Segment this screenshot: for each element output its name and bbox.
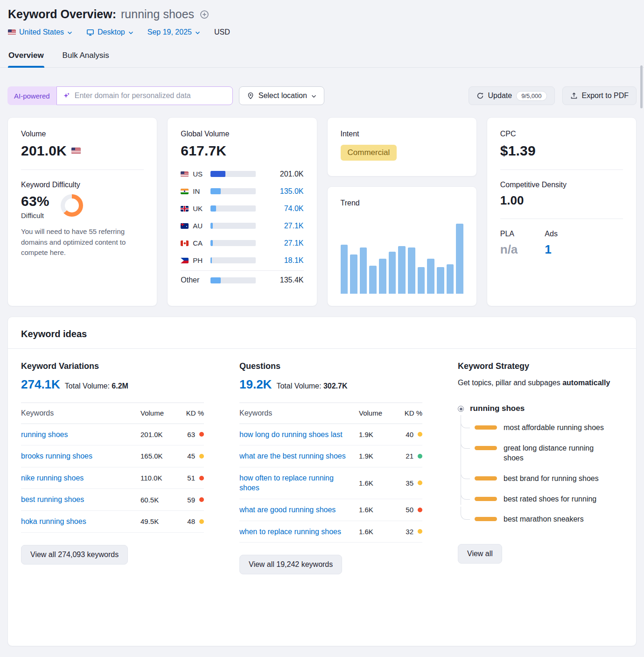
keyword-kd: 50 — [406, 506, 413, 514]
root-node-icon — [458, 406, 464, 412]
kd-dot — [199, 519, 204, 524]
competitive-density-label: Competitive Density — [500, 181, 623, 189]
global-volume-row: AU 27.1K — [181, 217, 303, 234]
country-volume-link[interactable]: 135.0K — [256, 187, 303, 196]
keyword-link[interactable]: how often to replace running shoes — [239, 473, 359, 493]
keyword-kd: 35 — [406, 479, 413, 487]
tab-bulk-analysis[interactable]: Bulk Analysis — [62, 47, 110, 67]
ai-powered-badge: AI-powered — [7, 86, 56, 105]
trend-bar — [350, 254, 357, 294]
currency-label: USD — [214, 28, 230, 36]
filters-row: United States Desktop Sep 19, 2025 USD — [8, 28, 636, 36]
australia-flag-icon — [181, 223, 189, 229]
sparkle-icon — [63, 92, 70, 100]
add-keyword-icon[interactable] — [200, 10, 209, 19]
cpc-value: $1.39 — [500, 143, 536, 159]
global-volume-value: 617.7K — [181, 143, 226, 159]
export-pdf-label: Export to PDF — [582, 92, 629, 100]
volume-value: 201.0K — [21, 143, 67, 159]
col-keywords: Keywords — [239, 408, 359, 418]
col-volume: Volume — [359, 409, 395, 417]
view-all-variations-button[interactable]: View all 274,093 keywords — [21, 545, 128, 565]
strategy-title: Keyword Strategy — [458, 361, 623, 371]
page-header: Keyword Overview: running shoes United S… — [0, 0, 644, 36]
global-volume-row: CA 27.1K — [181, 234, 303, 252]
tab-overview-label: Overview — [8, 51, 44, 60]
keyword-link[interactable]: what are the best running shoes — [239, 451, 359, 461]
country-volume-link[interactable]: 27.1K — [256, 222, 303, 230]
kd-dot — [418, 432, 422, 437]
keyword-link[interactable]: nike running shoes — [21, 473, 140, 483]
keyword-difficulty-level: Difficult — [21, 212, 49, 219]
kd-dot — [418, 508, 422, 512]
competitive-density-value: 1.00 — [500, 193, 623, 208]
domain-input[interactable] — [75, 92, 227, 100]
difficulty-note: You will need to have 55 referring domai… — [21, 226, 144, 258]
tab-overview[interactable]: Overview — [8, 47, 44, 67]
device-selector-label: Desktop — [98, 28, 125, 36]
divider — [500, 170, 623, 170]
global-volume-list: US 201.0K IN 135.0K UK 74.0K — [181, 165, 303, 290]
keyword-kd: 63 — [187, 431, 195, 438]
keyword-link[interactable]: what are good running shoes — [239, 505, 359, 515]
strategy-subtitle: Get topics, pillar and subpages automati… — [458, 377, 623, 388]
keyword-link[interactable]: brooks running shoes — [21, 451, 140, 461]
view-all-strategy-button[interactable]: View all — [458, 544, 502, 564]
other-volume: 135.4K — [256, 276, 303, 284]
trend-bar — [341, 245, 348, 294]
volume-label: Volume — [21, 130, 144, 138]
questions-total-label: Total Volume: — [276, 382, 321, 390]
strategy-topic: great long distance running shoes — [461, 440, 623, 466]
ads-label: Ads — [545, 230, 558, 238]
trend-bar-chart — [341, 224, 463, 294]
keyword-link[interactable]: running shoes — [21, 430, 140, 440]
view-all-questions-button[interactable]: View all 19,242 keywords — [239, 555, 342, 574]
keyword-link[interactable]: hoka running shoes — [21, 516, 140, 527]
kd-dot — [418, 480, 422, 485]
ads-value[interactable]: 1 — [545, 242, 558, 257]
us-flag-icon — [181, 171, 189, 177]
country-volume-link[interactable]: 18.1K — [256, 256, 303, 265]
scrollbar-thumb[interactable] — [640, 65, 643, 108]
variations-total-label: Total Volume: — [65, 382, 110, 390]
questions-panel: Questions 19.2K Total Volume: 302.7K Key… — [239, 361, 422, 574]
export-icon — [570, 92, 578, 99]
variations-count: 274.1K — [21, 377, 60, 392]
select-location-label: Select location — [259, 92, 307, 100]
tabs-bar: Overview Bulk Analysis — [0, 47, 644, 68]
strategy-tree: running shoes most affordable running sh… — [458, 404, 623, 527]
update-button[interactable]: Update 9/5,000 — [469, 86, 555, 105]
monitor-icon — [86, 28, 94, 36]
page-title-keyword: running shoes — [121, 7, 194, 21]
strategy-topic-label: great long distance running shoes — [504, 443, 606, 463]
us-flag-icon — [71, 148, 81, 154]
country-code: PH — [193, 256, 210, 264]
trend-bar — [360, 247, 367, 294]
strategy-root: running shoes — [458, 404, 623, 413]
strategy-topic-label: best marathon sneakers — [504, 514, 584, 524]
keyword-link[interactable]: when to replace running shoes — [239, 527, 359, 537]
keyword-link[interactable]: how long do running shoes last — [239, 430, 359, 440]
refresh-icon — [476, 92, 484, 99]
questions-title: Questions — [239, 361, 422, 371]
country-volume-link[interactable]: 74.0K — [256, 205, 303, 213]
intent-trend-column: Intent Commercial Trend — [327, 117, 477, 306]
keyword-difficulty-label: Keyword Difficulty — [21, 181, 144, 189]
other-label: Other — [181, 276, 210, 284]
strategy-subtitle-text: Get topics, pillar and subpages — [458, 379, 562, 387]
country-selector[interactable]: United States — [8, 28, 72, 36]
divider — [500, 219, 623, 219]
difficulty-donut-chart — [61, 194, 83, 217]
date-selector[interactable]: Sep 19, 2025 — [147, 28, 200, 36]
keyword-link[interactable]: best running shoes — [21, 495, 140, 505]
intent-badge[interactable]: Commercial — [341, 145, 397, 161]
export-pdf-button[interactable]: Export to PDF — [562, 86, 637, 105]
select-location-button[interactable]: Select location — [239, 86, 324, 105]
device-selector[interactable]: Desktop — [86, 28, 133, 36]
country-code: CA — [193, 239, 210, 247]
variations-table: Keywords Volume KD % running shoes 201.0… — [21, 403, 204, 533]
domain-input-wrap[interactable] — [56, 86, 233, 105]
keyword-ideas-header: Keyword ideas — [8, 317, 636, 349]
strategy-topic-label: best brand for running shoes — [504, 473, 599, 484]
country-volume-link[interactable]: 27.1K — [256, 239, 303, 247]
